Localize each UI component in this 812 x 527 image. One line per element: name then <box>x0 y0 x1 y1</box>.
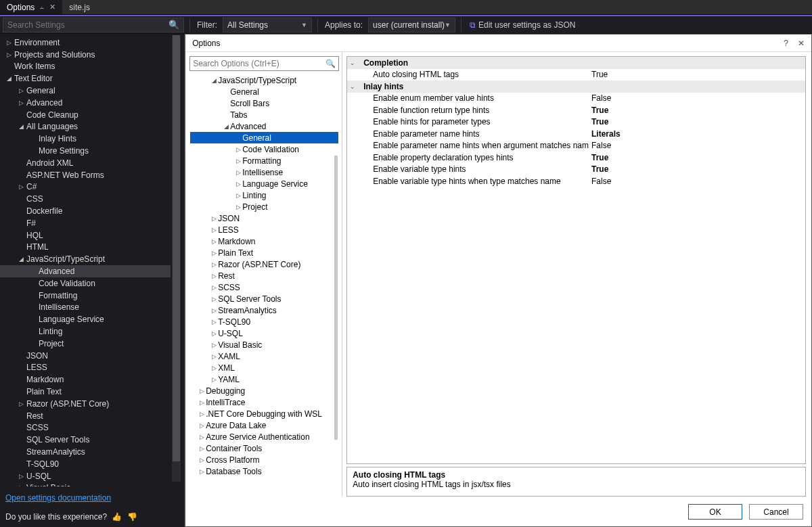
options-search-input[interactable]: 🔍 <box>189 56 339 71</box>
scrollbar[interactable] <box>172 35 181 482</box>
sidebar-item[interactable]: F# <box>0 217 171 229</box>
collapse-icon[interactable]: ⌄ <box>350 60 359 66</box>
filter-combo[interactable]: All Settings ▼ <box>223 18 312 32</box>
expand-icon[interactable]: ▷ <box>18 400 25 407</box>
expand-icon[interactable]: ▷ <box>198 388 206 394</box>
sidebar-item[interactable]: Language Service <box>0 313 171 325</box>
close-icon[interactable]: ✕ <box>49 3 55 12</box>
options-tree-item[interactable]: ▷SQL Server Tools <box>190 293 338 304</box>
tab-options[interactable]: Options ⫠ ✕ <box>0 0 62 14</box>
sidebar-item[interactable]: Work Items <box>0 61 171 73</box>
search-field[interactable] <box>7 20 168 30</box>
expand-icon[interactable]: ▷ <box>210 319 218 325</box>
sidebar-item[interactable]: ASP.NET Web Forms <box>0 169 171 181</box>
sidebar-item[interactable]: Project <box>0 338 171 350</box>
expand-icon[interactable]: ▷ <box>210 261 218 268</box>
options-tree-item[interactable]: ▷StreamAnalytics <box>190 304 338 316</box>
settings-tree[interactable]: ▷Environment▷Projects and SolutionsWork … <box>0 34 171 486</box>
sidebar-item[interactable]: ▷C# <box>0 181 171 193</box>
sidebar-item[interactable]: T-SQL90 <box>0 458 171 470</box>
property-category[interactable]: ⌄Completion <box>347 57 805 69</box>
options-tree-item[interactable]: ▷Markdown <box>190 235 338 247</box>
sidebar-item[interactable]: ▷Razor (ASP.NET Core) <box>0 398 171 410</box>
options-tree-item[interactable]: ▷LESS <box>190 224 338 235</box>
collapse-icon[interactable]: ⌄ <box>350 83 359 90</box>
property-row[interactable]: Enable variable type hintsTrue <box>347 164 805 176</box>
expand-icon[interactable]: ▷ <box>235 181 242 187</box>
sidebar-item[interactable]: Intellisense <box>0 302 171 314</box>
sidebar-item[interactable]: ▷U-SQL <box>0 470 171 482</box>
thumbs-down-icon[interactable]: 👎 <box>127 512 137 522</box>
sidebar-item[interactable]: ▷Environment <box>0 37 171 49</box>
options-tree-item[interactable]: ▷Database Tools <box>190 465 338 477</box>
options-tree-item[interactable]: ◢Advanced <box>190 120 338 132</box>
expand-icon[interactable]: ◢ <box>5 75 13 82</box>
edit-json-link[interactable]: ⧉ Edit user settings as JSON <box>467 20 578 30</box>
options-tree-item[interactable]: ▷Intellisense <box>190 166 338 178</box>
expand-icon[interactable]: ▷ <box>210 296 218 302</box>
options-tree-item[interactable]: ▷XML <box>190 362 338 373</box>
options-tree-item[interactable]: ▷IntelliTrace <box>190 396 338 408</box>
expand-icon[interactable]: ▷ <box>198 399 206 406</box>
property-row[interactable]: Enable parameter name hintsLiterals <box>347 128 805 140</box>
property-row[interactable]: Enable hints for parameter typesTrue <box>347 116 805 129</box>
property-value[interactable]: True <box>589 117 805 127</box>
expand-icon[interactable]: ▷ <box>235 192 242 199</box>
expand-icon[interactable]: ▷ <box>198 457 206 463</box>
expand-icon[interactable]: ▷ <box>210 342 218 348</box>
ok-button[interactable]: OK <box>688 504 742 520</box>
expand-icon[interactable]: ▷ <box>210 376 218 383</box>
expand-icon[interactable]: ▷ <box>5 51 13 58</box>
property-value[interactable]: True <box>589 153 805 162</box>
sidebar-item[interactable]: ◢All Languages <box>0 121 171 133</box>
sidebar-item[interactable]: JSON <box>0 350 171 362</box>
thumbs-up-icon[interactable]: 👍 <box>112 512 122 522</box>
sidebar-item[interactable]: ▷Advanced <box>0 97 171 109</box>
expand-icon[interactable]: ▷ <box>210 250 218 256</box>
property-value[interactable]: False <box>589 141 805 150</box>
expand-icon[interactable]: ▷ <box>198 411 206 417</box>
expand-icon[interactable]: ▷ <box>18 99 25 106</box>
sidebar-item[interactable]: HTML <box>0 242 171 254</box>
property-row[interactable]: Enable property declaration types hintsT… <box>347 152 805 164</box>
sidebar-item[interactable]: LESS <box>0 362 171 374</box>
options-tree-item[interactable]: ▷U-SQL <box>190 327 338 339</box>
applies-combo[interactable]: user (current install) ▼ <box>368 18 455 32</box>
sidebar-item[interactable]: Rest <box>0 410 171 422</box>
sidebar-item[interactable]: Code Cleanup <box>0 109 171 121</box>
expand-icon[interactable]: ▷ <box>198 434 206 440</box>
sidebar-item[interactable]: Plain Text <box>0 386 171 398</box>
options-tree-item[interactable]: ▷Debugging <box>190 385 338 396</box>
expand-icon[interactable]: ▷ <box>18 473 25 480</box>
help-icon[interactable]: ? <box>784 39 788 48</box>
options-tree-item[interactable]: General <box>190 132 338 143</box>
search-settings-input[interactable]: 🔍 <box>3 18 184 32</box>
sidebar-item[interactable]: SQL Server Tools <box>0 434 171 446</box>
property-value[interactable]: True <box>589 106 805 115</box>
options-tree-item[interactable]: ▷SCSS <box>190 281 338 293</box>
pin-icon[interactable]: ⫠ <box>39 3 45 11</box>
property-value[interactable]: True <box>589 164 805 174</box>
sidebar-item[interactable]: SCSS <box>0 422 171 434</box>
sidebar-item[interactable]: Advanced <box>0 265 171 277</box>
property-value[interactable]: False <box>589 93 805 103</box>
options-tree[interactable]: ◢JavaScript/TypeScriptGeneralScroll Bars… <box>189 74 339 492</box>
options-tree-item[interactable]: ▷T-SQL90 <box>190 316 338 327</box>
property-value[interactable]: Literals <box>589 129 805 139</box>
sidebar-item[interactable]: HQL <box>0 229 171 242</box>
options-tree-item[interactable]: ▷Azure Data Lake <box>190 419 338 431</box>
options-tree-item[interactable]: ▷Formatting <box>190 155 338 166</box>
expand-icon[interactable]: ▷ <box>210 284 218 291</box>
sidebar-item[interactable]: Code Validation <box>0 277 171 290</box>
expand-icon[interactable]: ▷ <box>210 330 218 337</box>
options-tree-item[interactable]: ▷Razor (ASP.NET Core) <box>190 258 338 270</box>
expand-icon[interactable]: ▷ <box>18 183 25 190</box>
sidebar-item[interactable]: ▷Projects and Solutions <box>0 49 171 61</box>
expand-icon[interactable]: ▷ <box>235 169 242 176</box>
expand-icon[interactable]: ▷ <box>235 158 242 164</box>
options-search-field[interactable] <box>193 59 325 68</box>
expand-icon[interactable]: ▷ <box>235 146 242 153</box>
property-value[interactable]: False <box>589 177 805 186</box>
sidebar-item[interactable]: ◢JavaScript/TypeScript <box>0 253 171 265</box>
sidebar-item[interactable]: Dockerfile <box>0 205 171 217</box>
